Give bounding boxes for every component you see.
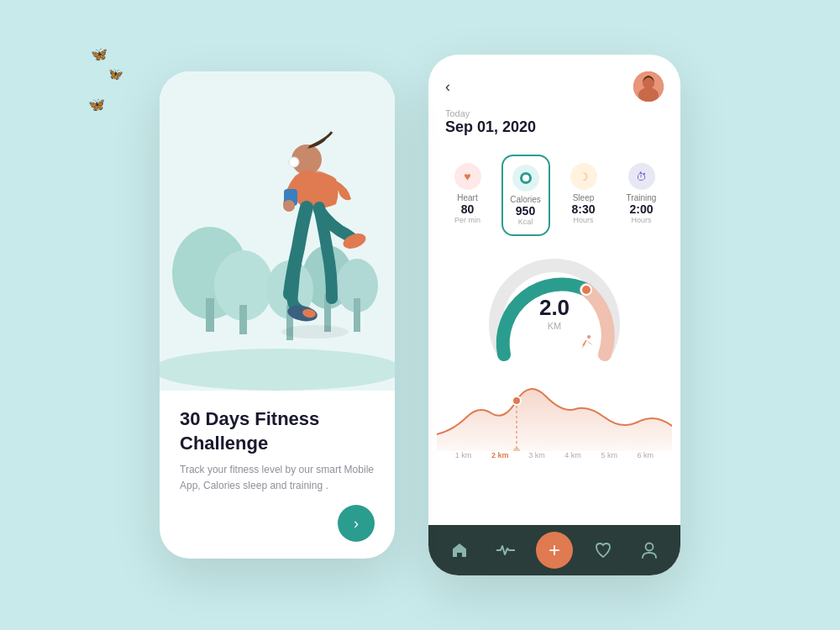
calories-icon-wrap — [512, 165, 539, 192]
stat-sleep-unit: Hours — [573, 216, 593, 224]
heart-icon-wrap: ♥ — [454, 163, 481, 190]
wave-section: 1 km 2 km 3 km 4 km 5 km 6 km — [428, 367, 680, 525]
back-button[interactable]: ‹ — [445, 78, 450, 96]
stat-heart-value: 80 — [461, 202, 475, 216]
stat-heart-name: Heart — [457, 193, 477, 202]
svg-point-19 — [289, 157, 299, 167]
avatar[interactable] — [633, 71, 664, 102]
nav-profile-button[interactable] — [634, 535, 664, 565]
left-phone-title: 30 Days Fitness Challenge — [180, 407, 375, 455]
stat-card-calories[interactable]: Calories 950 Kcal — [501, 155, 550, 236]
stat-training-name: Training — [627, 193, 657, 202]
svg-rect-9 — [354, 298, 360, 332]
gauge-km-value: 2.0 — [539, 295, 570, 321]
wave-label-4km: 4 km — [564, 451, 581, 459]
wave-label-2km: 2 km — [491, 451, 509, 459]
wave-label-6km: 6 km — [638, 451, 654, 459]
stat-training-value: 2:00 — [629, 202, 653, 216]
svg-point-20 — [281, 325, 349, 339]
stats-row: ♥ Heart 80 Per min Calories 950 Kcal ☽ S… — [428, 148, 680, 243]
phones-container: 30 Days Fitness Challenge Track your fit… — [160, 55, 680, 575]
svg-rect-5 — [239, 305, 247, 334]
training-icon-wrap: ⏱ — [628, 163, 655, 190]
left-phone-content: 30 Days Fitness Challenge Track your fit… — [160, 391, 395, 559]
stat-sleep-value: 8:30 — [571, 202, 595, 216]
svg-rect-3 — [206, 298, 214, 332]
bottom-nav: + — [428, 525, 680, 575]
butterfly-3: 🦋 — [88, 97, 105, 113]
gauge-center: 2.0 KM — [539, 295, 570, 331]
stat-calories-value: 950 — [516, 204, 535, 218]
date-section: Today Sep 01, 2020 — [428, 108, 680, 148]
right-phone-header: ‹ — [428, 55, 680, 108]
wave-chart-svg — [437, 367, 672, 451]
stat-card-heart[interactable]: ♥ Heart 80 Per min — [444, 155, 492, 236]
stat-calories-unit: Kcal — [518, 218, 533, 226]
butterfly-2: 🦋 — [109, 67, 123, 81]
add-icon: + — [549, 540, 560, 560]
stat-card-training[interactable]: ⏱ Training 2:00 Hours — [617, 155, 666, 236]
gauge-km-unit: KM — [539, 321, 570, 331]
wave-label-5km: 5 km — [601, 451, 617, 459]
svg-point-27 — [587, 335, 591, 339]
nav-favorites-button[interactable] — [588, 535, 618, 565]
svg-point-25 — [522, 175, 529, 181]
butterfly-1: 🦋 — [91, 46, 108, 62]
gauge-wrap: 2.0 KM — [487, 258, 622, 367]
svg-point-31 — [645, 543, 653, 551]
wave-label-1km: 1 km — [455, 451, 472, 459]
left-phone-subtitle: Track your fitness level by our smart Mo… — [180, 462, 375, 494]
gauge-section: 2.0 KM — [428, 249, 680, 367]
stat-training-unit: Hours — [631, 216, 651, 224]
svg-point-26 — [581, 285, 591, 295]
date-value: Sep 01, 2020 — [445, 118, 664, 136]
wave-label-3km: 3 km — [528, 451, 545, 459]
wave-labels: 1 km 2 km 3 km 4 km 5 km 6 km — [437, 451, 672, 459]
phone-left: 30 Days Fitness Challenge Track your fit… — [160, 71, 395, 559]
nav-activity-button[interactable] — [491, 535, 521, 565]
illustration-area — [160, 71, 395, 391]
runner-small-icon — [576, 333, 596, 359]
nav-add-button[interactable]: + — [536, 532, 573, 569]
date-label: Today — [445, 108, 664, 118]
phone-right: ‹ Today Sep 01, 2020 ♥ Heart 80 — [428, 55, 680, 575]
svg-point-15 — [283, 200, 295, 212]
get-started-button[interactable]: › — [338, 505, 375, 542]
stat-card-sleep[interactable]: ☽ Sleep 8:30 Hours — [559, 155, 608, 236]
stat-heart-unit: Per min — [454, 216, 480, 224]
stat-calories-name: Calories — [510, 195, 541, 204]
svg-point-1 — [160, 349, 395, 391]
sleep-icon-wrap: ☽ — [570, 163, 597, 190]
nav-home-button[interactable] — [444, 535, 475, 565]
stat-sleep-name: Sleep — [573, 193, 595, 202]
